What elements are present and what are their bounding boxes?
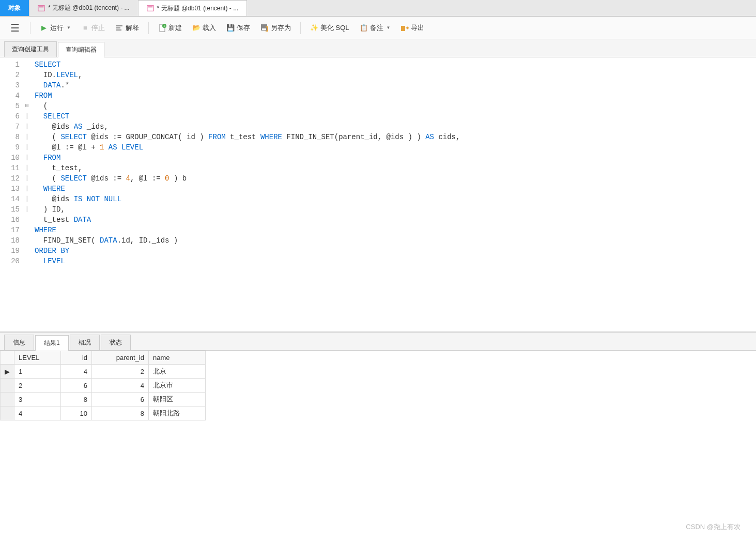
table-row[interactable]: ▶142北京 xyxy=(1,365,206,379)
tab-profile[interactable]: 概况 xyxy=(70,335,100,350)
saveas-icon xyxy=(260,24,269,32)
column-header[interactable]: id xyxy=(61,351,92,365)
doc-tab-query-2[interactable]: * 无标题 @db01 (tencent) - ... xyxy=(138,0,248,16)
table-row[interactable]: 4108朝阳北路 xyxy=(1,406,206,420)
separator xyxy=(300,22,301,34)
table-cell[interactable]: 4 xyxy=(92,379,149,393)
table-cell[interactable]: 北京市 xyxy=(149,379,206,393)
wand-icon: ✨ xyxy=(310,24,318,32)
export-icon xyxy=(400,24,409,32)
svg-rect-5 xyxy=(116,27,120,28)
explain-icon xyxy=(115,24,124,32)
row-indicator: ▶ xyxy=(1,365,14,379)
column-header[interactable]: LEVEL xyxy=(14,351,61,365)
separator xyxy=(30,22,30,34)
table-cell[interactable]: 朝阳区 xyxy=(149,393,206,406)
load-button[interactable]: 📂 载入 xyxy=(188,21,220,35)
new-button[interactable]: + 新建 xyxy=(154,21,186,35)
chevron-down-icon: ▼ xyxy=(67,25,71,30)
code-area[interactable]: SELECT ID.LEVEL, DATA.*FROM ( SELECT @id… xyxy=(30,57,464,332)
query-icon xyxy=(147,5,154,12)
editor-sub-tabs: 查询创建工具 查询编辑器 xyxy=(0,39,756,57)
menu-icon[interactable]: ☰ xyxy=(5,20,25,36)
column-header[interactable]: parent_id xyxy=(92,351,149,365)
result-tabs: 信息 结果1 概况 状态 xyxy=(0,333,756,351)
fold-gutter[interactable]: ⊟││││││││││ xyxy=(23,57,30,332)
tab-query-builder[interactable]: 查询创建工具 xyxy=(4,41,57,57)
note-icon: 📋 xyxy=(360,24,368,32)
row-indicator-header xyxy=(1,351,14,365)
query-icon xyxy=(38,5,45,12)
tab-query-editor[interactable]: 查询编辑器 xyxy=(58,42,104,57)
line-gutter: 1234567891011121314151617181920 xyxy=(0,57,23,332)
result-panel: 信息 结果1 概况 状态 LEVEL id parent_id name ▶14… xyxy=(0,332,756,420)
run-button[interactable]: ▶ 运行 ▼ xyxy=(36,21,75,35)
new-icon: + xyxy=(158,24,166,32)
row-indicator xyxy=(1,379,14,393)
separator xyxy=(148,22,149,34)
table-row[interactable]: 386朝阳区 xyxy=(1,393,206,406)
tab-result-1[interactable]: 结果1 xyxy=(35,335,69,351)
column-header[interactable]: name xyxy=(149,351,206,365)
doc-tab-objects[interactable]: 对象 xyxy=(0,0,29,16)
svg-text:+: + xyxy=(163,24,165,28)
table-cell[interactable]: 3 xyxy=(14,393,61,406)
svg-rect-0 xyxy=(38,5,44,11)
tab-status[interactable]: 状态 xyxy=(101,335,131,350)
svg-rect-6 xyxy=(116,29,121,31)
svg-rect-2 xyxy=(147,6,153,11)
table-cell[interactable]: 8 xyxy=(92,406,149,420)
saveas-button[interactable]: 另存为 xyxy=(256,21,295,35)
row-indicator xyxy=(1,393,14,406)
chevron-down-icon: ▼ xyxy=(387,25,391,30)
folder-icon: 📂 xyxy=(192,24,200,32)
table-cell[interactable]: 2 xyxy=(14,379,61,393)
save-icon: 💾 xyxy=(226,24,235,32)
table-cell[interactable]: 4 xyxy=(14,406,61,420)
svg-rect-4 xyxy=(116,25,122,26)
save-button[interactable]: 💾 保存 xyxy=(222,21,254,35)
stop-icon: ■ xyxy=(81,24,89,32)
beautify-button[interactable]: ✨ 美化 SQL xyxy=(306,21,353,35)
table-cell[interactable]: 4 xyxy=(61,365,92,379)
toolbar: ☰ ▶ 运行 ▼ ■ 停止 解释 + 新建 📂 载入 💾 保存 另存为 ✨ 美化… xyxy=(0,17,756,39)
doc-tab-query-1[interactable]: * 无标题 @db01 (tencent) - ... xyxy=(29,0,138,16)
play-icon: ▶ xyxy=(40,24,48,32)
export-button[interactable]: 导出 xyxy=(396,21,428,35)
table-cell[interactable]: 北京 xyxy=(149,365,206,379)
sql-editor[interactable]: 1234567891011121314151617181920 ⊟│││││││… xyxy=(0,57,756,332)
table-row[interactable]: 264北京市 xyxy=(1,379,206,393)
table-cell[interactable]: 10 xyxy=(61,406,92,420)
table-cell[interactable]: 2 xyxy=(92,365,149,379)
doc-tab-label: 对象 xyxy=(8,4,21,12)
table-cell[interactable]: 朝阳北路 xyxy=(149,406,206,420)
document-tabs: 对象 * 无标题 @db01 (tencent) - ... * 无标题 @db… xyxy=(0,0,756,17)
svg-rect-3 xyxy=(148,7,152,8)
table-cell[interactable]: 6 xyxy=(92,393,149,406)
tab-messages[interactable]: 信息 xyxy=(4,335,34,350)
stop-button[interactable]: ■ 停止 xyxy=(77,21,109,35)
svg-rect-11 xyxy=(262,28,266,30)
result-grid[interactable]: LEVEL id parent_id name ▶142北京264北京市386朝… xyxy=(0,351,206,420)
doc-tab-label: * 无标题 @db01 (tencent) - ... xyxy=(157,4,239,13)
row-indicator xyxy=(1,406,14,420)
table-cell[interactable]: 1 xyxy=(14,365,61,379)
doc-tab-label: * 无标题 @db01 (tencent) - ... xyxy=(48,4,130,12)
explain-button[interactable]: 解释 xyxy=(111,21,143,35)
table-cell[interactable]: 6 xyxy=(61,379,92,393)
svg-rect-12 xyxy=(401,26,405,31)
note-button[interactable]: 📋 备注 ▼ xyxy=(356,21,395,35)
table-cell[interactable]: 8 xyxy=(61,393,92,406)
svg-rect-1 xyxy=(39,6,44,7)
